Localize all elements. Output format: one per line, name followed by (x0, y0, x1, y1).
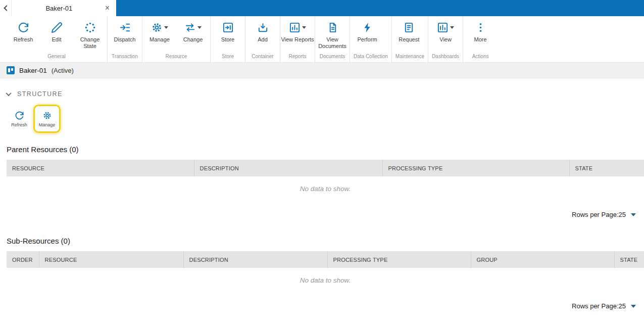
entity-state-badge: (Active) (52, 67, 74, 74)
ribbon-group-label: General (7, 54, 107, 62)
view-reports-button[interactable]: View Reports (281, 16, 314, 54)
sub-resources-table: ORDER RESOURCE DESCRIPTION PROCESSING TY… (7, 251, 644, 268)
refresh-button[interactable]: Refresh (7, 16, 40, 54)
column-header-description[interactable]: DESCRIPTION (194, 160, 382, 176)
structure-manage-button[interactable]: Manage (36, 107, 58, 130)
column-header-state[interactable]: STATE (569, 160, 644, 176)
dispatch-icon (119, 22, 131, 33)
add-button[interactable]: Add (246, 16, 279, 54)
column-header-processing-type[interactable]: PROCESSING TYPE (327, 251, 471, 268)
sub-resources-title: Sub-Resources (0) (7, 237, 644, 245)
column-header-processing-type[interactable]: PROCESSING TYPE (382, 160, 569, 176)
structure-section-title: STRUCTURE (17, 90, 63, 98)
structure-section-toggle[interactable]: STRUCTURE (7, 90, 644, 98)
clipboard-icon (403, 22, 415, 33)
more-button[interactable]: More (464, 16, 497, 54)
rows-per-page-text: Rows per Page:25 (572, 302, 626, 310)
dropdown-caret-icon (197, 26, 202, 29)
swap-arrows-icon (184, 22, 196, 33)
tab-strip: Baker-01 × (0, 0, 116, 16)
ribbon-group-label: Maintenance (392, 54, 427, 62)
rows-per-page-control[interactable]: Rows per Page:25 (7, 302, 644, 310)
ribbon-toolbar: Refresh Edit Change State General Dispat… (0, 16, 644, 63)
ribbon-group-container: Add Container (245, 16, 280, 62)
manage-button-highlight: Manage (33, 105, 61, 133)
table-header-row: RESOURCE DESCRIPTION PROCESSING TYPE STA… (7, 160, 644, 176)
change-button[interactable]: Change (176, 16, 210, 54)
column-header-resource[interactable]: RESOURCE (7, 160, 194, 176)
ribbon-group-label: Dashboards (429, 54, 462, 62)
change-state-button[interactable]: Change State (73, 16, 107, 54)
ribbon-group-label: Transaction (108, 54, 141, 62)
refresh-icon (18, 22, 29, 33)
refresh-icon (15, 111, 24, 120)
column-header-order[interactable]: ORDER (7, 251, 39, 268)
entity-name: Baker-01 (19, 67, 47, 74)
ribbon-group-label: Documents (316, 54, 349, 62)
chevron-left-icon (4, 5, 9, 11)
dashboard-chart-icon (437, 22, 449, 33)
edit-icon (51, 22, 63, 33)
empty-state-text: No data to show. (7, 185, 644, 193)
column-header-resource[interactable]: RESOURCE (39, 251, 183, 268)
dispatch-button[interactable]: Dispatch (108, 16, 141, 54)
tab-baker-01[interactable]: Baker-01 × (11, 0, 116, 16)
manage-button[interactable]: Manage (143, 16, 176, 54)
lightning-bolt-icon (362, 22, 373, 33)
gear-icon (42, 111, 52, 120)
dropdown-caret-icon (302, 26, 306, 29)
empty-state-text: No data to show. (7, 276, 644, 284)
ribbon-group-label: Data Collection (351, 54, 391, 62)
add-download-icon (257, 22, 269, 33)
entity-header-bar: Baker-01 (Active) (0, 63, 644, 78)
dropdown-caret-icon (450, 26, 454, 29)
ribbon-group-label: Store (211, 54, 244, 62)
view-documents-button[interactable]: View Documents (316, 16, 349, 54)
dropdown-caret-icon[interactable] (631, 213, 636, 216)
gear-icon (151, 22, 163, 33)
column-header-description[interactable]: DESCRIPTION (183, 251, 327, 268)
dropdown-caret-icon[interactable] (631, 305, 636, 308)
rows-per-page-text: Rows per Page:25 (572, 211, 626, 218)
column-header-state[interactable]: STATE (614, 251, 644, 268)
top-bar: Baker-01 × (0, 0, 644, 16)
ribbon-group-reports: View Reports Reports (280, 16, 315, 62)
parent-resources-title: Parent Resources (0) (7, 145, 644, 154)
ribbon-group-data-collection: Perform Data Collection (350, 16, 392, 62)
resource-icon (7, 66, 15, 74)
perform-button[interactable]: Perform (351, 16, 384, 54)
edit-button[interactable]: Edit (40, 16, 73, 54)
parent-resources-table: RESOURCE DESCRIPTION PROCESSING TYPE STA… (7, 160, 644, 176)
ribbon-group-label: Actions (464, 54, 497, 62)
ribbon-group-documents: View Documents Documents (315, 16, 350, 62)
rows-per-page-control[interactable]: Rows per Page:25 (7, 211, 644, 218)
ribbon-group-transaction: Dispatch Transaction (108, 16, 142, 62)
document-icon (327, 22, 338, 33)
ribbon-group-dashboards: View Dashboards (428, 16, 463, 62)
bar-chart-icon (289, 22, 301, 33)
column-header-group[interactable]: GROUP (471, 251, 614, 268)
table-header-row: ORDER RESOURCE DESCRIPTION PROCESSING TY… (7, 251, 644, 268)
ribbon-group-general: Refresh Edit Change State General (6, 16, 108, 62)
ribbon-group-label: Resource (143, 54, 210, 62)
tab-title: Baker-01 (16, 5, 103, 12)
structure-refresh-button[interactable]: Refresh (8, 107, 30, 130)
ribbon-group-resource: Manage Change Resource (142, 16, 211, 62)
ribbon-group-maintenance: Request Maintenance (392, 16, 428, 62)
change-state-icon (84, 22, 96, 33)
chevron-down-icon (6, 90, 11, 96)
dropdown-caret-icon (164, 26, 168, 29)
vertical-ellipsis-icon (475, 22, 486, 33)
store-icon (222, 22, 234, 33)
close-tab-icon[interactable]: × (103, 3, 112, 13)
ribbon-group-actions: More Actions (463, 16, 498, 62)
request-button[interactable]: Request (392, 16, 426, 54)
store-button[interactable]: Store (211, 16, 244, 54)
back-button[interactable] (0, 0, 11, 16)
ribbon-group-store: Store Store (211, 16, 245, 62)
structure-toolbar: Refresh Manage (7, 105, 644, 133)
main-content: STRUCTURE Refresh Manage Parent Resource… (0, 90, 644, 310)
view-dashboards-button[interactable]: View (429, 16, 462, 54)
ribbon-group-label: Reports (281, 54, 314, 62)
ribbon-group-label: Container (246, 54, 279, 62)
